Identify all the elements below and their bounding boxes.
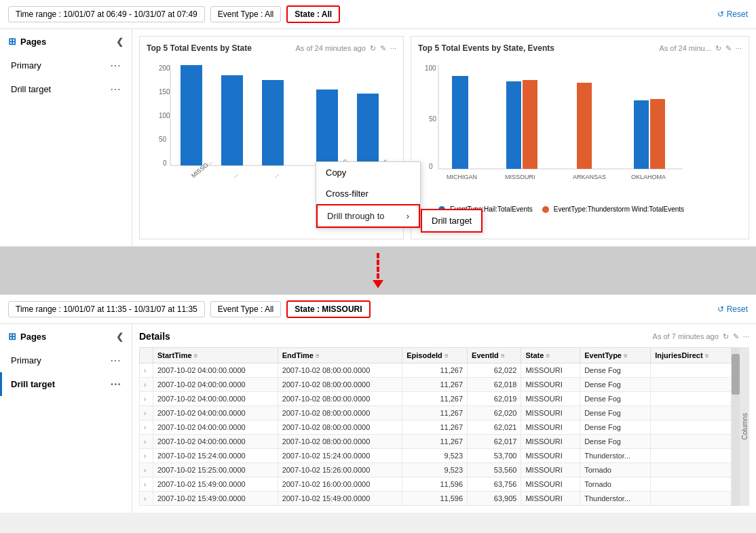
row-expand[interactable]: › [140, 463, 153, 477]
row-expand[interactable]: › [140, 435, 153, 449]
starttime-sort-icon[interactable]: ≡ [194, 352, 198, 359]
col-endtime-header[interactable]: EndTime ≡ [278, 348, 402, 363]
col-expand-header [140, 348, 153, 363]
cross-filter-menu-item[interactable]: Cross-filter [316, 183, 420, 204]
sidebar-item-primary[interactable]: Primary ⋯ [0, 54, 132, 77]
bar1-kansas[interactable] [357, 94, 379, 165]
row-eventtype: Dense Fog [580, 392, 651, 406]
details-pencil-icon[interactable]: ✎ [733, 332, 739, 341]
svg-text:200: 200 [159, 64, 170, 72]
sidebar-primary-label: Primary [11, 60, 41, 71]
sidebar-item-drill-target[interactable]: Drill target ⋯ [0, 77, 132, 101]
row-expand[interactable]: › [140, 378, 153, 392]
injuries-sort-icon[interactable]: ≡ [705, 352, 709, 359]
bottom-time-range-filter[interactable]: Time range : 10/01/07 at 11:35 - 10/31/0… [8, 301, 205, 317]
table-row: › 2007-10-02 04:00:00.0000 2007-10-02 08… [140, 378, 732, 392]
bottom-sidebar-header: ⊞ Pages ❮ [0, 324, 132, 349]
eventtype-sort-icon[interactable]: ≡ [624, 352, 628, 359]
row-expand[interactable]: › [140, 492, 153, 506]
svg-text:MICHIGAN: MICHIGAN [447, 174, 477, 180]
drill-target-submenu[interactable]: Drill target [421, 209, 483, 233]
bar2-oklahoma-orange[interactable] [650, 99, 665, 169]
state-sort-icon[interactable]: ≡ [546, 352, 550, 359]
row-expand[interactable]: › [140, 420, 153, 435]
bottom-filter-bar: Time range : 10/01/07 at 11:35 - 10/31/0… [0, 294, 756, 324]
row-expand[interactable]: › [140, 477, 153, 492]
copy-menu-item[interactable]: Copy [316, 162, 420, 183]
bar2-missouri-orange[interactable] [523, 80, 537, 169]
chart1-pencil-icon[interactable]: ✎ [380, 44, 386, 53]
bottom-sidebar-drill-dots[interactable]: ⋯ [110, 378, 121, 391]
row-expand[interactable]: › [140, 392, 153, 406]
bar2-missouri-blue[interactable] [506, 81, 521, 169]
table-row: › 2007-10-02 04:00:00.0000 2007-10-02 08… [140, 392, 732, 406]
row-eventtype: Tornado [580, 477, 651, 492]
event-type-filter[interactable]: Event Type : All [210, 6, 282, 22]
row-endtime: 2007-10-02 15:49:00.0000 [278, 492, 402, 506]
bottom-event-type-filter[interactable]: Event Type : All [210, 301, 282, 317]
row-endtime: 2007-10-02 08:00:00.0000 [278, 378, 402, 392]
bottom-sidebar-primary-dots[interactable]: ⋯ [110, 354, 121, 367]
details-refresh-icon[interactable]: ↻ [723, 332, 729, 341]
scrollbar[interactable] [732, 347, 740, 506]
episodeid-sort-icon[interactable]: ≡ [445, 352, 449, 359]
row-eventid: 62,021 [468, 420, 521, 435]
col-eventid-header[interactable]: EventId ≡ [468, 348, 521, 363]
bottom-reset-button[interactable]: ↺ Reset [717, 304, 748, 314]
columns-label[interactable]: Columns [741, 410, 749, 442]
eventid-sort-icon[interactable]: ≡ [501, 352, 505, 359]
dashed-arrow [373, 253, 383, 288]
chart1-more-icon[interactable]: ··· [390, 44, 396, 52]
bar1-3[interactable] [262, 80, 284, 165]
reset-icon: ↺ [717, 9, 724, 19]
row-starttime: 2007-10-02 15:49:00.0000 [153, 492, 278, 506]
collapse-icon[interactable]: ❮ [116, 37, 124, 47]
submenu-drill-target-label: Drill target [432, 216, 472, 226]
chart2-svg: 100 50 0 [418, 57, 689, 199]
chart2-more-icon[interactable]: ··· [736, 44, 742, 52]
bottom-collapse-icon[interactable]: ❮ [116, 332, 124, 342]
row-expand[interactable]: › [140, 363, 153, 378]
svg-text:100: 100 [159, 112, 170, 119]
chart2-pencil-icon[interactable]: ✎ [725, 44, 732, 53]
row-eventtype: Dense Fog [580, 435, 651, 449]
sidebar-drill-dots[interactable]: ⋯ [110, 83, 121, 96]
details-more-icon[interactable]: ··· [743, 332, 749, 340]
bottom-sidebar: ⊞ Pages ❮ Primary ⋯ Drill target ⋯ [0, 324, 132, 513]
bottom-sidebar-item-drill-target[interactable]: Drill target ⋯ [0, 372, 132, 396]
row-injuries [651, 492, 732, 506]
chart1-refresh-icon[interactable]: ↻ [370, 44, 376, 53]
bar2-arkansas-orange[interactable] [577, 83, 592, 169]
columns-sidebar[interactable]: Columns [740, 347, 749, 506]
drill-through-menu-item[interactable]: Drill through to › [316, 204, 420, 228]
top-section: Time range : 10/01/07 at 06:49 - 10/31/0… [0, 0, 756, 247]
bar1-illinois[interactable] [316, 90, 338, 165]
col-state-header[interactable]: State ≡ [521, 348, 580, 363]
time-range-filter[interactable]: Time range : 10/01/07 at 06:49 - 10/31/0… [8, 6, 205, 22]
endtime-sort-icon[interactable]: ≡ [316, 352, 320, 359]
row-eventtype: Thunderstor... [580, 449, 651, 463]
row-eventtype: Thunderstor... [580, 492, 651, 506]
bottom-state-filter[interactable]: State : MISSOURI [286, 300, 370, 318]
bar1-2[interactable] [221, 75, 243, 165]
row-injuries [651, 463, 732, 477]
bottom-sidebar-item-primary[interactable]: Primary ⋯ [0, 349, 132, 372]
bottom-sidebar-primary-label: Primary [11, 355, 41, 366]
row-expand[interactable]: › [140, 449, 153, 463]
bar1-missouri[interactable] [181, 65, 202, 165]
chart2-refresh-icon[interactable]: ↻ [715, 44, 721, 53]
col-starttime-header[interactable]: StartTime ≡ [153, 348, 278, 363]
col-injuries-header[interactable]: InjuriesDirect ≡ [651, 348, 732, 363]
sidebar-primary-dots[interactable]: ⋯ [110, 59, 121, 72]
row-eventid: 62,019 [468, 392, 521, 406]
scrollbar-thumb[interactable] [732, 354, 740, 395]
row-eventid: 63,756 [468, 477, 521, 492]
col-episodeid-header[interactable]: EpisodeId ≡ [402, 348, 468, 363]
bar2-oklahoma-blue[interactable] [634, 100, 649, 169]
col-eventtype-header[interactable]: EventType ≡ [580, 348, 651, 363]
row-expand[interactable]: › [140, 406, 153, 420]
bar2-michigan-blue[interactable] [452, 76, 468, 169]
reset-button[interactable]: ↺ Reset [717, 9, 748, 19]
row-injuries [651, 392, 732, 406]
state-filter[interactable]: State : All [286, 5, 340, 23]
